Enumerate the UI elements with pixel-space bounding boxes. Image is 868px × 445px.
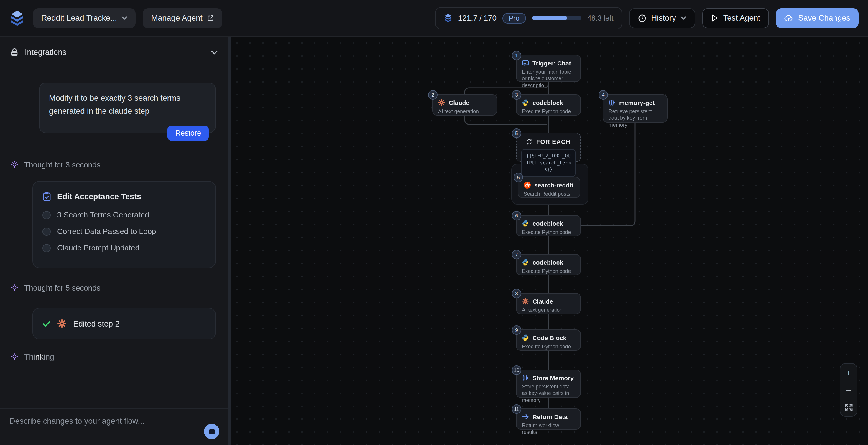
node-desc: Store persistent data as key-value pairs… <box>522 384 575 404</box>
fullscreen-icon <box>845 404 852 411</box>
test-agent-label: Test Agent <box>723 13 761 22</box>
arrow-right-icon <box>522 414 529 420</box>
integrations-label: Integrations <box>25 48 66 57</box>
lightbulb-icon <box>11 284 18 292</box>
thought-2-label: Thought for 5 seconds <box>24 284 100 292</box>
edited-step-label: Edited step 2 <box>73 319 120 328</box>
claude-icon <box>438 99 445 106</box>
acceptance-item[interactable]: Claude Prompt Updated <box>42 244 206 252</box>
thought-row-1[interactable]: Thought for 3 seconds <box>0 160 228 169</box>
restore-button[interactable]: Restore <box>167 126 209 141</box>
node-codeblock-3[interactable]: 3 codeblock Execute Python code <box>516 94 581 116</box>
acceptance-title: Edit Acceptance Tests <box>57 192 141 201</box>
flow-canvas[interactable]: RUN 1 Trigger: Chat Enter your main topi… <box>230 36 868 445</box>
thinking-label: Thinking <box>24 352 54 361</box>
node-desc: AI text generation <box>438 108 491 115</box>
step-badge: 8 <box>512 289 521 298</box>
manage-agent-button[interactable]: Manage Agent <box>143 8 223 28</box>
acceptance-item[interactable]: 3 Search Terms Generated <box>42 211 206 219</box>
thought-1-label: Thought for 3 seconds <box>24 160 100 169</box>
usage-meter[interactable]: 121.7 / 170 Pro 48.3 left <box>435 7 622 29</box>
node-return-data[interactable]: 11 Return Data Return workflow results <box>516 409 581 430</box>
usage-count: 121.7 / 170 <box>458 13 497 22</box>
thought-row-2[interactable]: Thought for 5 seconds <box>0 284 228 292</box>
agent-selector-button[interactable]: Reddit Lead Tracke... <box>33 8 136 28</box>
python-icon <box>522 220 529 227</box>
acceptance-item-label: 3 Search Terms Generated <box>57 211 149 219</box>
step-badge: 11 <box>512 404 521 414</box>
agent-selector-label: Reddit Lead Tracke... <box>41 13 117 22</box>
node-desc: Execute Python code <box>522 268 575 275</box>
composer-input[interactable] <box>9 417 181 437</box>
lock-icon <box>10 47 19 57</box>
zoom-out-button[interactable]: − <box>840 386 857 395</box>
user-message-text: Modify it to be exactly 3 search terms g… <box>49 94 181 115</box>
step-badge: 10 <box>512 365 521 375</box>
node-codeblock-7[interactable]: 7 codeblock Execute Python code <box>516 254 581 275</box>
claude-icon <box>57 319 67 328</box>
history-label: History <box>651 13 676 22</box>
node-for-each[interactable]: 5 FOR EACH {{STEP_2_TOOL_OUTPUT.search_t… <box>516 133 581 162</box>
memory-icon <box>522 374 529 381</box>
step-badge: 5 <box>512 128 521 138</box>
node-title: Return Data <box>532 413 567 420</box>
node-desc: Enter your main topic or niche customer … <box>522 69 575 89</box>
zoom-in-button[interactable]: + <box>840 369 857 377</box>
node-title: Trigger: Chat <box>532 60 571 67</box>
app-logo-icon <box>9 9 26 27</box>
save-changes-button[interactable]: Save Changes <box>776 8 859 28</box>
node-search-reddit[interactable]: 5 search-reddit Search Reddit posts <box>518 177 580 198</box>
check-icon <box>42 320 51 327</box>
edited-step-card[interactable]: Edited step 2 <box>32 308 216 340</box>
clock-icon <box>638 14 647 22</box>
node-claude-2[interactable]: 2 Claude AI text generation <box>432 94 497 116</box>
step-badge: 1 <box>512 51 521 60</box>
node-title: Claude <box>449 99 469 106</box>
composer <box>0 409 228 445</box>
external-link-icon <box>207 14 214 22</box>
topbar: Reddit Lead Tracke... Manage Agent <box>0 0 868 36</box>
python-icon <box>522 99 529 106</box>
manage-agent-label: Manage Agent <box>151 13 203 22</box>
node-store-memory[interactable]: 10 Store Memory Store persistent data as… <box>516 370 581 398</box>
node-title: codeblock <box>532 220 563 227</box>
node-claude-8[interactable]: 8 Claude AI text generation <box>516 293 581 314</box>
chat-transcript: Modify it to be exactly 3 search terms g… <box>0 68 228 445</box>
node-codeblock-6[interactable]: 6 codeblock Execute Python code <box>516 215 581 236</box>
chat-sidebar: Integrations Modify it to be exactly 3 s… <box>0 36 228 445</box>
history-button[interactable]: History <box>629 8 695 28</box>
node-title: search-reddit <box>534 182 574 189</box>
python-icon <box>522 334 529 341</box>
node-title: Code Block <box>532 334 567 341</box>
node-title: FOR EACH <box>536 138 570 145</box>
layers-icon <box>444 13 452 22</box>
acceptance-item-label: Correct Data Passed to Loop <box>57 227 156 236</box>
node-memory-get[interactable]: 4 memory-get Retrieve persistent data by… <box>602 94 668 123</box>
stop-button[interactable] <box>204 424 219 439</box>
node-title: memory-get <box>619 99 654 106</box>
thinking-row: Thinking <box>0 352 228 361</box>
node-desc: Execute Python code <box>522 229 575 236</box>
chevron-down-icon <box>681 16 687 20</box>
usage-progress-bar <box>532 16 582 20</box>
canvas-zoom-controls: + − <box>840 363 857 417</box>
node-desc: Return workflow results <box>522 423 575 436</box>
node-trigger-chat[interactable]: 1 Trigger: Chat Enter your main topic or… <box>516 55 581 82</box>
checkbox-unchecked-icon <box>42 211 51 219</box>
memory-icon <box>609 99 616 106</box>
sidebar-canvas-divider[interactable] <box>228 36 230 445</box>
fullscreen-button[interactable] <box>840 404 857 411</box>
acceptance-tests-card: Edit Acceptance Tests 3 Search Terms Gen… <box>32 181 216 268</box>
node-code-block-9[interactable]: 9 Code Block Execute Python code <box>516 329 581 351</box>
for-each-expression[interactable]: {{STEP_2_TOOL_OUTPUT.search_terms}} <box>521 149 576 177</box>
integrations-header[interactable]: Integrations <box>0 36 228 68</box>
checkbox-unchecked-icon <box>42 227 51 235</box>
step-badge: 6 <box>512 211 521 220</box>
test-agent-button[interactable]: Test Agent <box>703 8 769 28</box>
usage-remaining: 48.3 left <box>587 14 614 22</box>
loop-icon <box>526 138 533 145</box>
node-desc: Search Reddit posts <box>524 191 574 198</box>
step-badge: 7 <box>512 250 521 259</box>
chat-icon <box>522 60 529 66</box>
acceptance-item[interactable]: Correct Data Passed to Loop <box>42 227 206 236</box>
